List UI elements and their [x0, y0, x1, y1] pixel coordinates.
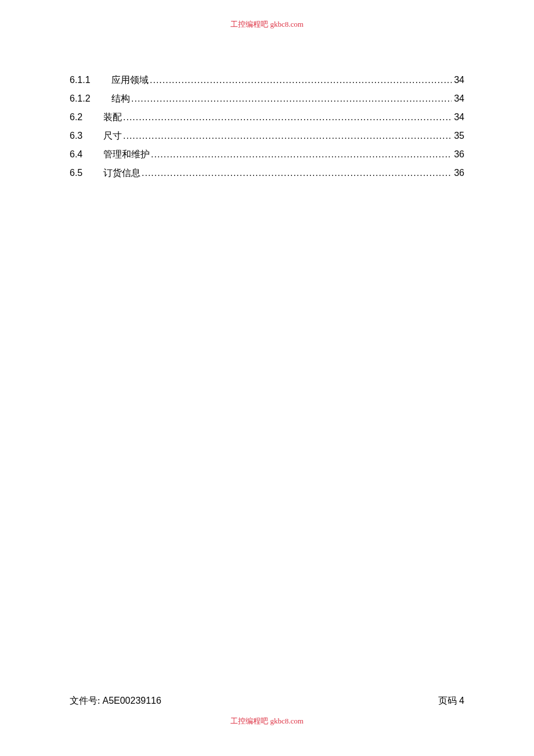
- toc-content: 6.1.1 应用领域 .............................…: [70, 74, 464, 186]
- toc-section-number: 6.1.1: [70, 75, 111, 85]
- toc-page-number: 36: [452, 149, 464, 160]
- toc-entry: 6.1.1 应用领域 .............................…: [70, 74, 464, 87]
- toc-page-number: 34: [452, 112, 464, 123]
- footer-file-number: 文件号: A5E00239116: [70, 695, 161, 707]
- toc-leader-dots: ........................................…: [122, 131, 452, 141]
- toc-page-number: 35: [452, 131, 464, 141]
- toc-section-title: 装配: [103, 111, 122, 124]
- toc-section-title: 尺寸: [103, 130, 122, 142]
- toc-leader-dots: ........................................…: [150, 149, 452, 160]
- toc-entry: 6.4 管理和维护 ..............................…: [70, 149, 464, 161]
- page-footer: 文件号: A5E00239116 页码 4: [70, 695, 464, 707]
- toc-page-number: 36: [452, 168, 464, 178]
- toc-section-title: 应用领域: [111, 74, 149, 87]
- toc-entry: 6.2 装配 .................................…: [70, 111, 464, 124]
- toc-section-number: 6.5: [70, 168, 103, 178]
- file-number-value: A5E00239116: [102, 696, 161, 705]
- toc-section-number: 6.4: [70, 149, 103, 160]
- toc-leader-dots: ........................................…: [140, 168, 452, 178]
- toc-entry: 6.5 订货信息 ...............................…: [70, 167, 464, 179]
- toc-section-title: 结构: [111, 93, 130, 105]
- toc-page-number: 34: [452, 75, 464, 85]
- toc-section-number: 6.2: [70, 112, 103, 123]
- toc-leader-dots: ........................................…: [130, 93, 452, 104]
- toc-leader-dots: ........................................…: [122, 112, 452, 123]
- toc-entry: 6.3 尺寸 .................................…: [70, 130, 464, 142]
- page-number-value: 4: [459, 696, 464, 705]
- toc-section-title: 管理和维护: [103, 149, 150, 161]
- file-label: 文件号:: [70, 696, 102, 705]
- toc-page-number: 34: [452, 93, 464, 104]
- toc-section-number: 6.3: [70, 131, 103, 141]
- toc-section-number: 6.1.2: [70, 93, 111, 104]
- header-watermark: 工控编程吧 gkbc8.com: [0, 19, 534, 30]
- footer-watermark: 工控编程吧 gkbc8.com: [0, 716, 534, 726]
- toc-leader-dots: ........................................…: [149, 75, 452, 85]
- footer-page-number: 页码 4: [438, 695, 464, 707]
- toc-entry: 6.1.2 结构 ...............................…: [70, 93, 464, 105]
- toc-section-title: 订货信息: [103, 167, 140, 179]
- page-label: 页码: [438, 696, 459, 705]
